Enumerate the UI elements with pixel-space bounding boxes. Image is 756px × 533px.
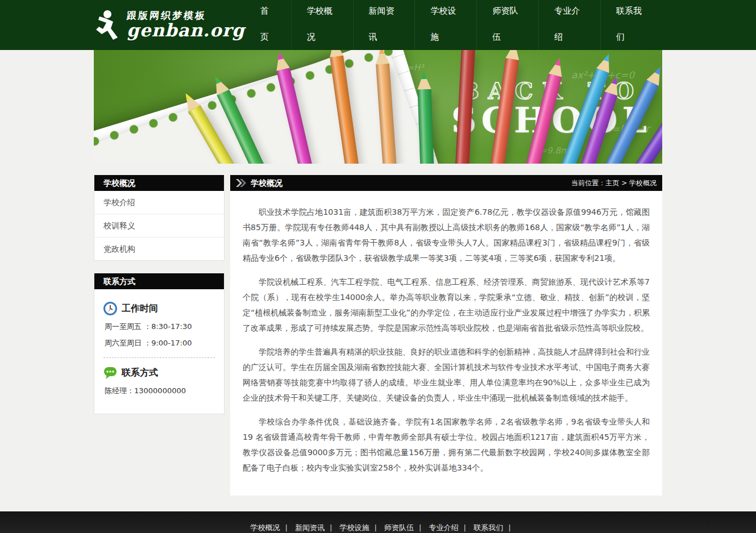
nav-item-facilities[interactable]: 学校设施	[414, 0, 476, 50]
sidebar: 学校概况 学校介绍 校训释义 党政机构 联系方式 工作时间	[94, 175, 225, 427]
main-nav: 首页 学校概况 新闻资讯 学校设施 师资队伍 专业介绍 联系我们	[245, 0, 662, 50]
dashed-divider	[103, 357, 215, 358]
nav-item-school-overview[interactable]: 学校概况	[291, 0, 353, 50]
logo-text-en: genban.org	[127, 22, 245, 39]
article-paragraph: 职业技术学院占地1031亩，建筑面积38万平方米，固定资产6.78亿元，教学仪器…	[243, 205, 650, 266]
sidebar-about-title: 学校概况	[94, 175, 224, 191]
footer-separator: |	[375, 523, 377, 532]
footer-separator: |	[285, 523, 287, 532]
footer-separator: |	[419, 523, 421, 532]
nav-item-majors[interactable]: 专业介绍	[538, 0, 600, 50]
article-paragraph: 学院培养的学生普遍具有精湛的职业技能、良好的职业道德和科学的创新精神，高技能人才…	[243, 344, 650, 406]
site-logo[interactable]: 跟版网织梦模板 genban.org	[94, 9, 245, 41]
contact-person: 陈经理：13000000000	[103, 386, 215, 396]
site-header: 跟版网织梦模板 genban.org 首页 学校概况 新闻资讯 学校设施 师资队…	[0, 0, 756, 50]
article-body: 职业技术学院占地1031亩，建筑面积38万平方米，固定资产6.78亿元，教学仪器…	[230, 191, 662, 495]
article-paragraph: 学院设机械工程系、汽车工程学院、电气工程系、信息工程系、经济管理系、商贸旅游系、…	[243, 274, 650, 336]
sidebar-contact-box: 联系方式 工作时间 周一至周五 ：8:30-17:30 周六至周日 ：9:00-…	[94, 273, 225, 414]
footer-link-facilities[interactable]: 学校设施	[340, 523, 369, 532]
nav-item-news[interactable]: 新闻资讯	[353, 0, 415, 50]
contact-subtitle: 联系方式	[122, 367, 158, 379]
footer-link-contact[interactable]: 联系我们	[473, 523, 503, 532]
chat-bubble-icon	[103, 366, 117, 380]
nav-item-home[interactable]: 首页	[245, 0, 291, 50]
sidebar-item-school-intro[interactable]: 学校介绍	[94, 191, 224, 214]
footer-separator: |	[330, 523, 332, 532]
hero-banner: BACK TO SCHOOL V=H³ ax²+bx+c=0 I=E/R+r g…	[94, 50, 662, 164]
sidebar-item-motto[interactable]: 校训释义	[94, 214, 224, 237]
runner-icon	[94, 9, 123, 41]
main-content: 学校概况 当前位置：主页 > 学校概况 职业技术学院占地1031亩，建筑面积38…	[230, 175, 662, 495]
footer-separator: |	[508, 523, 510, 532]
footer-link-majors[interactable]: 专业介绍	[429, 523, 459, 532]
sidebar-contact-title: 联系方式	[94, 273, 224, 289]
footer-links: 学校概况| 新闻资讯| 学校设施| 师资队伍| 专业介绍| 联系我们|	[0, 523, 756, 533]
article-paragraph: 学校综合办学条件优良，基础设施齐备。学院有1名国家教学名师，2名省级教学名师，9…	[243, 414, 650, 476]
work-time-weekday: 周一至周五 ：8:30-17:30	[103, 322, 215, 332]
breadcrumb[interactable]: 当前位置：主页 > 学校概况	[571, 175, 657, 191]
site-footer: 学校概况| 新闻资讯| 学校设施| 师资队伍| 专业介绍| 联系我们| 学校网站…	[0, 511, 756, 533]
footer-separator: |	[464, 523, 466, 532]
footer-link-school-overview[interactable]: 学校概况	[250, 523, 280, 532]
page-title: 学校概况	[251, 175, 283, 191]
content-header-bar: 学校概况 当前位置：主页 > 学校概况	[230, 175, 662, 191]
footer-link-teachers[interactable]: 师资队伍	[384, 523, 414, 532]
nav-item-contact[interactable]: 联系我们	[600, 0, 662, 50]
work-time-weekend: 周六至周日 ：9:00-17:00	[103, 338, 215, 348]
logo-text-cn: 跟版网织梦模板	[126, 11, 246, 20]
sidebar-item-party-org[interactable]: 党政机构	[94, 237, 224, 260]
sidebar-about-list: 学校介绍 校训释义 党政机构	[94, 191, 224, 260]
work-time-title: 工作时间	[122, 303, 158, 315]
sidebar-about-box: 学校概况 学校介绍 校训释义 党政机构	[94, 175, 225, 261]
chalk-doodle: V=H³	[401, 63, 423, 73]
footer-link-news[interactable]: 新闻资讯	[295, 523, 325, 532]
double-chevron-icon	[235, 178, 247, 188]
clock-icon	[103, 302, 117, 315]
nav-item-teachers[interactable]: 师资队伍	[476, 0, 538, 50]
